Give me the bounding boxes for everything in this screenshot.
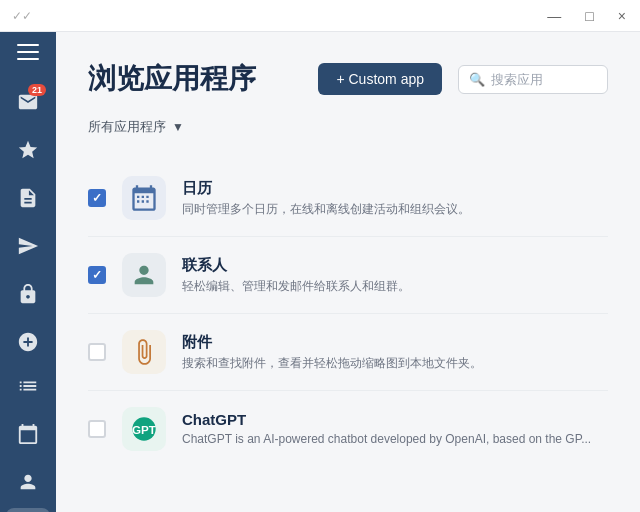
filter-dropdown-arrow[interactable]: ▼ <box>172 120 184 134</box>
send-icon <box>17 235 39 257</box>
mail-badge: 21 <box>28 84 46 96</box>
sidebar-item-grid[interactable] <box>6 508 50 512</box>
plus-circle-icon <box>17 331 39 353</box>
checkbox-attachments[interactable] <box>88 343 106 361</box>
attachments-name: 附件 <box>182 333 608 352</box>
contacts-icon <box>122 253 166 297</box>
file-icon <box>17 187 39 209</box>
custom-app-button[interactable]: + Custom app <box>318 63 442 95</box>
hamburger-line <box>17 51 39 53</box>
sidebar-item-person[interactable] <box>6 460 50 504</box>
star-icon <box>17 139 39 161</box>
sidebar-bottom <box>6 364 50 512</box>
sidebar-item-mail[interactable]: 21 <box>6 80 50 124</box>
attachments-info: 附件搜索和查找附件，查看并轻松拖动缩略图到本地文件夹。 <box>182 333 608 372</box>
sidebar-menu-button[interactable] <box>8 36 48 68</box>
app-list-item: 附件搜索和查找附件，查看并轻松拖动缩略图到本地文件夹。 <box>88 314 608 391</box>
sidebar-items: 21 <box>0 80 56 364</box>
sidebar-item-list[interactable] <box>6 364 50 408</box>
close-button[interactable]: × <box>612 6 632 26</box>
calendar-name: 日历 <box>182 179 608 198</box>
sidebar: 21 <box>0 0 56 512</box>
app-list-item: 日历同时管理多个日历，在线和离线创建活动和组织会议。 <box>88 160 608 237</box>
sidebar-item-star[interactable] <box>6 128 50 172</box>
person-icon <box>17 471 39 493</box>
sidebar-item-lock[interactable] <box>6 272 50 316</box>
search-box: 🔍 <box>458 65 608 94</box>
chatgpt-name: ChatGPT <box>182 411 608 428</box>
app-list: 日历同时管理多个日历，在线和离线创建活动和组织会议。联系人轻松编辑、管理和发邮件… <box>88 160 608 467</box>
minimize-button[interactable]: — <box>541 6 567 26</box>
checkbox-chatgpt[interactable] <box>88 420 106 438</box>
search-input[interactable] <box>491 72 597 87</box>
sidebar-item-file[interactable] <box>6 176 50 220</box>
attachments-icon <box>122 330 166 374</box>
calendar-sidebar-icon <box>17 423 39 445</box>
page-title: 浏览应用程序 <box>88 60 302 98</box>
contacts-name: 联系人 <box>182 256 608 275</box>
title-bar: ✓✓ — □ × <box>0 0 640 32</box>
maximize-button[interactable]: □ <box>579 6 599 26</box>
attachments-desc: 搜索和查找附件，查看并轻松拖动缩略图到本地文件夹。 <box>182 355 608 372</box>
sidebar-item-calendar[interactable] <box>6 412 50 456</box>
sidebar-item-plus[interactable] <box>6 320 50 364</box>
contacts-info: 联系人轻松编辑、管理和发邮件给联系人和组群。 <box>182 256 608 295</box>
chatgpt-desc: ChatGPT is an AI-powered chatbot develop… <box>182 431 608 448</box>
sidebar-item-send[interactable] <box>6 224 50 268</box>
calendar-icon <box>122 176 166 220</box>
svg-text:GPT: GPT <box>132 423 156 436</box>
app-list-item: GPTChatGPTChatGPT is an AI-powered chatb… <box>88 391 608 467</box>
hamburger-line <box>17 44 39 46</box>
app-list-item: 联系人轻松编辑、管理和发邮件给联系人和组群。 <box>88 237 608 314</box>
header: 浏览应用程序 + Custom app 🔍 <box>88 60 608 98</box>
calendar-info: 日历同时管理多个日历，在线和离线创建活动和组织会议。 <box>182 179 608 218</box>
filter-label[interactable]: 所有应用程序 <box>88 118 166 136</box>
checkbox-calendar[interactable] <box>88 189 106 207</box>
lock-icon <box>17 283 39 305</box>
chatgpt-icon: GPT <box>122 407 166 451</box>
filter-row: 所有应用程序 ▼ <box>88 118 608 136</box>
main-content: 浏览应用程序 + Custom app 🔍 所有应用程序 ▼ 日历同时管理多个日… <box>56 32 640 512</box>
contacts-desc: 轻松编辑、管理和发邮件给联系人和组群。 <box>182 278 608 295</box>
hamburger-line <box>17 58 39 60</box>
list-icon <box>17 375 39 397</box>
calendar-desc: 同时管理多个日历，在线和离线创建活动和组织会议。 <box>182 201 608 218</box>
checkmark-icon: ✓✓ <box>12 9 32 23</box>
chatgpt-info: ChatGPTChatGPT is an AI-powered chatbot … <box>182 411 608 448</box>
search-icon: 🔍 <box>469 72 485 87</box>
checkbox-contacts[interactable] <box>88 266 106 284</box>
